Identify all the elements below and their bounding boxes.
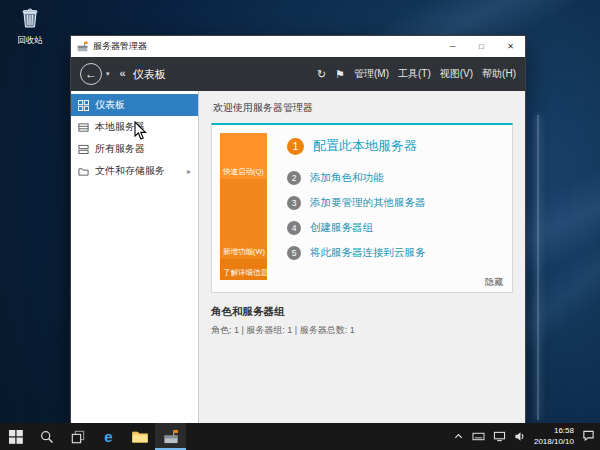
step-number-badge: 3 [287,196,301,210]
titlebar[interactable]: 服务器管理器 ─ □ ✕ [71,36,525,57]
menu-view[interactable]: 视图(V) [440,67,473,81]
taskbar-clock[interactable]: 16:58 2018/10/10 [534,426,574,447]
menu-tools[interactable]: 工具(T) [398,67,431,81]
sidebar-item-label: 仪表板 [95,98,125,112]
roles-summary: 角色: 1 | 服务器组: 1 | 服务器总数: 1 [211,324,513,337]
whats-new-label: 新增功能(W) [223,247,265,257]
learn-more-label: 了解详细信息(L) [223,268,277,278]
sidebar-item-local-server[interactable]: 本地服务器 [71,116,198,138]
step-link[interactable]: 将此服务器连接到云服务 [310,246,426,260]
history-dropdown-icon[interactable]: ▾ [106,70,110,78]
dashboard-pane: 欢迎使用服务器管理器 快速启动(Q) 新增功能(W) 了解详细信息(L) [199,91,525,423]
navbar-right: ↻ ⚑ 管理(M) 工具(T) 视图(V) 帮助(H) [317,67,516,81]
server-manager-window: 服务器管理器 ─ □ ✕ ← ▾ « 仪表板 ↻ ⚑ 管理(M) 工具(T) 视… [70,35,526,424]
windows-logo-icon [9,430,23,444]
sidebar-item-dashboard[interactable]: 仪表板 [71,94,198,116]
step-number-badge: 4 [287,221,301,235]
welcome-steps: 1 配置此本地服务器 2 添加角色和功能 3 添加要管理的其他服务器 4 [267,133,504,286]
step-link[interactable]: 添加要管理的其他服务器 [310,196,426,210]
hide-welcome-link[interactable]: 隐藏 [485,276,503,289]
recycle-bin[interactable]: 回收站 [8,6,52,47]
wallpaper-light-line [537,115,539,420]
expand-chevron-icon[interactable]: ▸ [187,167,191,176]
menu-manage[interactable]: 管理(M) [354,67,389,81]
step-create-server-group[interactable]: 4 创建服务器组 [287,221,504,235]
quick-start-block[interactable]: 快速启动(Q) [220,133,267,179]
step-number-badge: 5 [287,246,301,260]
sidebar-item-file-storage-services[interactable]: 文件和存储服务 ▸ [71,160,198,182]
action-center-icon[interactable] [582,428,595,446]
task-view-icon [71,430,85,444]
edge-icon: e [104,428,112,445]
welcome-tile: 快速启动(Q) 新增功能(W) 了解详细信息(L) 1 配置此本地服务器 [211,123,513,293]
whats-new-block[interactable]: 新增功能(W) [220,179,267,259]
recycle-bin-icon [18,16,42,33]
breadcrumb-collapse-icon[interactable]: « [120,67,126,82]
maximize-button[interactable]: □ [467,36,496,57]
volume-icon[interactable] [514,428,526,446]
breadcrumb-current[interactable]: 仪表板 [133,67,166,82]
window-body: 仪表板 本地服务器 所有服务器 [71,91,525,423]
recycle-bin-label: 回收站 [8,35,52,47]
roles-server-groups-heading: 角色和服务器组 [211,305,513,319]
search-button[interactable] [31,423,62,450]
step-link[interactable]: 添加角色和功能 [310,171,384,185]
file-explorer-button[interactable] [124,423,155,450]
step-number-badge: 1 [287,138,304,155]
system-tray: 16:58 2018/10/10 [453,423,600,450]
server-icon [78,122,89,133]
quick-start-label: 快速启动(Q) [223,167,264,177]
step-add-roles-features[interactable]: 2 添加角色和功能 [287,171,504,185]
taskbar: e [0,423,600,450]
learn-more-block[interactable]: 了解详细信息(L) [220,259,267,280]
edge-browser-button[interactable]: e [93,423,124,450]
breadcrumb: « 仪表板 [120,67,166,82]
sidebar-item-label: 文件和存储服务 [95,164,165,178]
step-add-other-servers[interactable]: 3 添加要管理的其他服务器 [287,196,504,210]
step-link[interactable]: 配置此本地服务器 [313,137,417,155]
sidebar-item-label: 所有服务器 [95,142,145,156]
sidebar-item-all-servers[interactable]: 所有服务器 [71,138,198,160]
clock-date: 2018/10/10 [534,437,574,447]
sidebar: 仪表板 本地服务器 所有服务器 [71,91,199,423]
back-button[interactable]: ← [80,63,102,85]
touch-keyboard-icon[interactable] [472,428,485,446]
navigation-bar: ← ▾ « 仪表板 ↻ ⚑ 管理(M) 工具(T) 视图(V) 帮助(H) [71,57,525,91]
close-button[interactable]: ✕ [496,36,525,57]
sidebar-item-label: 本地服务器 [95,120,145,134]
step-connect-cloud-services[interactable]: 5 将此服务器连接到云服务 [287,246,504,260]
file-storage-icon [78,166,89,177]
desktop[interactable]: 回收站 服务器管理器 ─ □ ✕ ← ▾ « 仪表板 [0,0,600,450]
minimize-button[interactable]: ─ [438,36,467,57]
server-manager-taskbar-button[interactable] [155,423,186,450]
welcome-heading: 欢迎使用服务器管理器 [213,101,513,115]
refresh-icon[interactable]: ↻ [317,68,326,81]
notifications-flag-icon[interactable]: ⚑ [335,68,345,81]
start-button[interactable] [0,423,31,450]
step-link[interactable]: 创建服务器组 [310,221,373,235]
welcome-strip: 快速启动(Q) 新增功能(W) 了解详细信息(L) [220,133,267,286]
network-icon[interactable] [493,428,506,446]
window-icon [77,38,88,56]
server-manager-icon [163,429,179,444]
servers-icon [78,144,89,155]
step-number-badge: 2 [287,171,301,185]
menu-help[interactable]: 帮助(H) [482,67,516,81]
clock-time: 16:58 [534,426,574,436]
search-icon [40,430,54,444]
tray-chevron-up-icon[interactable] [453,428,464,446]
window-title: 服务器管理器 [93,40,438,53]
dashboard-icon [78,100,89,111]
folder-icon [132,430,148,443]
task-view-button[interactable] [62,423,93,450]
step-configure-local-server[interactable]: 1 配置此本地服务器 [287,137,504,155]
